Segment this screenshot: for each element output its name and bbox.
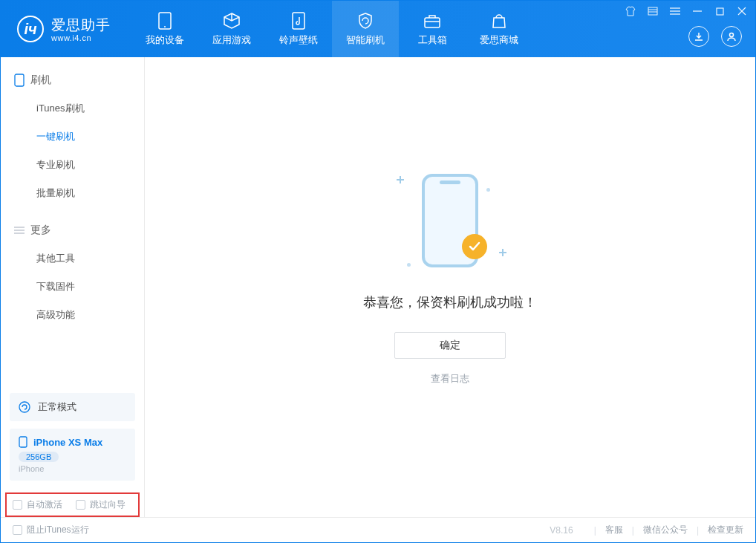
logo-icon: iч <box>17 16 44 42</box>
sidebar: 刷机 iTunes刷机 一键刷机 专业刷机 批量刷机 更多 其他工具 下载固件 … <box>1 57 145 517</box>
toolbox-icon <box>423 11 442 30</box>
minimize-icon[interactable] <box>691 5 703 17</box>
sidebar-item-itunes[interactable]: iTunes刷机 <box>1 94 144 123</box>
list-icon <box>14 226 25 235</box>
header-actions <box>688 26 742 47</box>
group-label: 更多 <box>30 224 51 237</box>
checkbox-icon <box>13 525 22 535</box>
tab-label: 工具箱 <box>418 33 447 47</box>
tab-label: 爱思商城 <box>480 33 518 47</box>
sidebar-item-pro[interactable]: 专业刷机 <box>1 151 144 179</box>
maximize-icon[interactable] <box>714 5 726 17</box>
success-illustration <box>376 169 524 273</box>
cube-icon <box>222 11 241 30</box>
svg-point-14 <box>730 33 734 37</box>
dot-icon <box>486 188 490 192</box>
sidebar-group-title: 刷机 <box>1 66 144 94</box>
device-card[interactable]: iPhone XS Max 256GB iPhone <box>10 429 135 481</box>
statusbar: 阻止iTunes运行 V8.16 | 客服 | 微信公众号 | 检查更新 <box>1 517 755 542</box>
device-type: iPhone <box>19 464 126 473</box>
menu-icon[interactable] <box>669 5 681 17</box>
checkbox-auto-activate[interactable]: 自动激活 <box>13 498 62 511</box>
sidebar-item-other[interactable]: 其他工具 <box>1 244 144 273</box>
sidebar-item-oneclick[interactable]: 一键刷机 <box>1 123 144 151</box>
svg-rect-2 <box>293 13 304 29</box>
brand-url: www.i4.cn <box>51 33 111 42</box>
sparkle-icon <box>397 176 404 183</box>
device-mode-card[interactable]: 正常模式 <box>10 393 135 421</box>
checkbox-skip-guide[interactable]: 跳过向导 <box>76 498 126 511</box>
svg-point-1 <box>164 26 166 27</box>
check-update-link[interactable]: 检查更新 <box>708 524 743 536</box>
highlighted-options: 自动激活 跳过向导 <box>5 492 140 517</box>
window-controls <box>625 5 748 17</box>
checkbox-label: 跳过向导 <box>90 498 126 511</box>
success-message: 恭喜您，保资料刷机成功啦！ <box>363 293 537 311</box>
sparkle-icon <box>499 249 506 256</box>
tab-ringtones[interactable]: 铃声壁纸 <box>265 1 332 57</box>
shield-refresh-icon <box>356 11 375 30</box>
close-icon[interactable] <box>736 5 748 17</box>
sidebar-item-advanced[interactable]: 高级功能 <box>1 301 144 329</box>
sidebar-item-batch[interactable]: 批量刷机 <box>1 179 144 207</box>
sidebar-group-more: 更多 其他工具 下载固件 高级功能 <box>1 207 144 329</box>
list-icon[interactable] <box>647 5 659 17</box>
wechat-link[interactable]: 微信公众号 <box>643 524 688 536</box>
svg-rect-3 <box>425 18 440 27</box>
main-content: 恭喜您，保资料刷机成功啦！ 确定 查看日志 <box>145 57 755 517</box>
brand-name: 爱思助手 <box>51 16 111 35</box>
phone-icon <box>14 74 25 87</box>
svg-rect-20 <box>19 437 27 447</box>
svg-rect-4 <box>648 7 657 15</box>
brand-logo: iч 爱思助手 www.i4.cn <box>1 1 123 57</box>
tab-label: 我的设备 <box>146 33 184 47</box>
sidebar-item-firmware[interactable]: 下载固件 <box>1 273 144 301</box>
mode-label: 正常模式 <box>38 400 76 414</box>
device-name: iPhone XS Max <box>33 437 102 448</box>
titlebar: iч 爱思助手 www.i4.cn 我的设备 应用游戏 铃声壁纸 智能刷机 工具… <box>1 1 755 57</box>
result-panel: 恭喜您，保资料刷机成功啦！ 确定 查看日志 <box>145 169 755 386</box>
checkbox-icon <box>13 500 22 510</box>
sync-icon <box>19 401 30 413</box>
dot-icon <box>407 263 411 267</box>
tab-store[interactable]: 爱思商城 <box>466 1 532 57</box>
sidebar-group-title: 更多 <box>1 216 144 244</box>
group-label: 刷机 <box>30 74 51 87</box>
bag-icon <box>489 11 509 30</box>
check-badge-icon <box>462 234 487 259</box>
tshirt-icon[interactable] <box>625 5 636 17</box>
tab-flash[interactable]: 智能刷机 <box>332 1 399 57</box>
music-file-icon <box>289 11 308 30</box>
account-button[interactable] <box>721 26 742 47</box>
svg-point-19 <box>19 402 30 412</box>
confirm-button[interactable]: 确定 <box>394 332 506 359</box>
version-label: V8.16 <box>550 525 584 536</box>
svg-rect-11 <box>717 8 723 15</box>
support-link[interactable]: 客服 <box>605 524 623 536</box>
device-block: 正常模式 iPhone XS Max 256GB iPhone <box>1 393 144 488</box>
checkbox-label: 自动激活 <box>27 498 62 511</box>
tab-label: 应用游戏 <box>212 33 251 47</box>
svg-rect-15 <box>15 74 24 86</box>
phone-icon <box>19 436 27 448</box>
phone-icon <box>155 11 175 30</box>
tab-label: 铃声壁纸 <box>279 33 318 47</box>
checkbox-block-itunes[interactable]: 阻止iTunes运行 <box>13 524 89 536</box>
checkbox-label: 阻止iTunes运行 <box>27 524 89 536</box>
storage-badge: 256GB <box>19 452 59 462</box>
tab-label: 智能刷机 <box>346 33 385 47</box>
tab-apps[interactable]: 应用游戏 <box>198 1 265 57</box>
nav-tabs: 我的设备 应用游戏 铃声壁纸 智能刷机 工具箱 爱思商城 <box>131 1 532 57</box>
body: 刷机 iTunes刷机 一键刷机 专业刷机 批量刷机 更多 其他工具 下载固件 … <box>1 57 755 517</box>
view-log-link[interactable]: 查看日志 <box>431 372 469 386</box>
download-button[interactable] <box>688 26 709 47</box>
sidebar-group-flash: 刷机 iTunes刷机 一键刷机 专业刷机 批量刷机 <box>1 57 144 207</box>
tab-my-device[interactable]: 我的设备 <box>131 1 198 57</box>
tab-toolbox[interactable]: 工具箱 <box>399 1 466 57</box>
checkbox-icon <box>76 500 85 510</box>
